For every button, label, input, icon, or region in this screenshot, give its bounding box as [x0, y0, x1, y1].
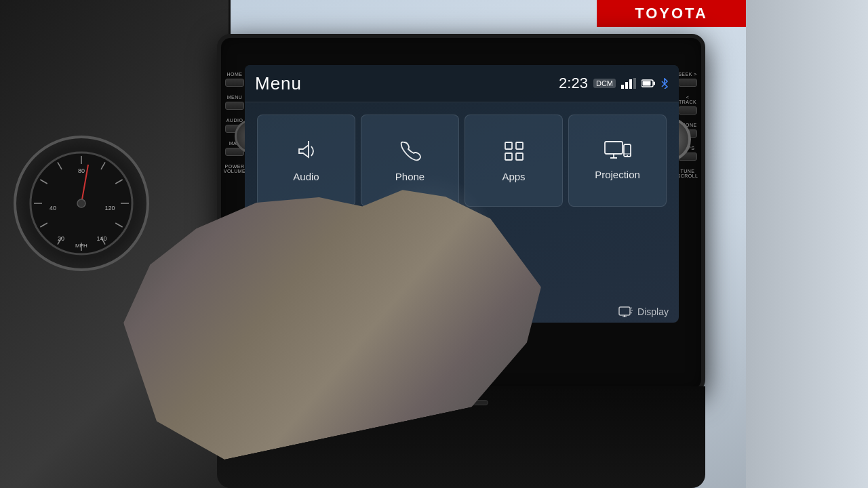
- display-label: Display: [637, 306, 669, 317]
- apps-label: Apps: [502, 171, 525, 182]
- display-icon: [618, 306, 633, 317]
- svg-rect-24: [633, 78, 636, 89]
- home-btn-group: HOME: [225, 72, 244, 87]
- track-btn-group: < TRACK: [677, 95, 698, 115]
- seek-btn-label: SEEK >: [678, 72, 697, 77]
- svg-text:MPH: MPH: [75, 243, 87, 249]
- projection-icon: [604, 140, 632, 162]
- clock-display: 2:23: [559, 75, 588, 92]
- speedometer: 80 40 120 20 140 MPH: [14, 136, 149, 271]
- signal-bars-icon: [621, 78, 636, 89]
- svg-rect-21: [621, 85, 624, 89]
- home-button[interactable]: [225, 79, 244, 87]
- menu-btn-group: MENU: [225, 95, 244, 110]
- seek-button[interactable]: [678, 79, 697, 87]
- audio-label: Audio: [293, 171, 319, 182]
- power-volume-group: POWER VOLUME: [224, 164, 246, 174]
- svg-text:120: 120: [104, 205, 115, 211]
- audio-icon: [294, 138, 319, 164]
- screen-header: Menu 2:23 DCM: [245, 65, 679, 102]
- svg-rect-37: [624, 144, 631, 157]
- toyota-sign: TOYOTA: [597, 0, 746, 27]
- menu-item-apps[interactable]: Apps: [465, 115, 563, 207]
- phone-icon: [397, 138, 423, 164]
- bluetooth-icon: [660, 78, 669, 89]
- header-right: 2:23 DCM: [559, 75, 669, 92]
- svg-line-29: [662, 84, 665, 87]
- menu-button[interactable]: [225, 102, 244, 110]
- phone-label: Phone: [395, 171, 425, 182]
- left-physical-buttons: HOME MENU AUDIO MAP POWER VOLUME: [224, 72, 245, 174]
- track-button[interactable]: [678, 106, 697, 115]
- svg-rect-43: [619, 307, 630, 315]
- toyota-logo: TOYOTA: [635, 5, 708, 22]
- right-dashboard: [746, 0, 868, 488]
- svg-rect-30: [505, 142, 512, 149]
- apps-icon: [501, 138, 527, 164]
- tune-scroll-group: TUNE SCROLL: [677, 169, 698, 178]
- svg-rect-23: [629, 79, 632, 89]
- right-physical-buttons: SEEK > < TRACK PHONE APPS TUNE SCROLL: [677, 72, 698, 178]
- power-volume-label: POWER VOLUME: [224, 164, 246, 174]
- svg-rect-27: [643, 81, 651, 86]
- speedometer-svg: 80 40 120 20 140 MPH: [27, 149, 136, 258]
- svg-rect-31: [516, 142, 523, 149]
- svg-text:140: 140: [96, 235, 106, 242]
- svg-rect-32: [505, 153, 512, 160]
- svg-text:20: 20: [58, 235, 64, 242]
- battery-icon: [642, 79, 655, 87]
- svg-point-39: [627, 155, 628, 157]
- svg-rect-22: [625, 82, 628, 89]
- svg-rect-33: [516, 153, 523, 160]
- svg-rect-26: [654, 82, 656, 85]
- track-btn-label: < TRACK: [677, 95, 698, 104]
- menu-item-audio[interactable]: Audio: [257, 115, 355, 207]
- display-button[interactable]: Display: [618, 306, 669, 317]
- svg-rect-34: [605, 142, 623, 154]
- menu-item-projection[interactable]: Projection: [568, 115, 667, 207]
- seek-btn-group: SEEK >: [678, 72, 697, 87]
- audio-btn-label: AUDIO: [226, 118, 243, 123]
- svg-point-20: [77, 199, 85, 207]
- svg-line-48: [631, 312, 632, 313]
- svg-text:40: 40: [50, 205, 56, 211]
- svg-text:80: 80: [78, 167, 85, 174]
- tune-scroll-label: TUNE SCROLL: [677, 169, 698, 178]
- menu-btn-label: MENU: [227, 95, 243, 100]
- screen-title: Menu: [255, 73, 302, 94]
- dcm-badge: DCM: [593, 79, 616, 88]
- projection-label: Projection: [595, 169, 640, 180]
- home-btn-label: HOME: [227, 72, 243, 77]
- svg-line-47: [631, 308, 632, 308]
